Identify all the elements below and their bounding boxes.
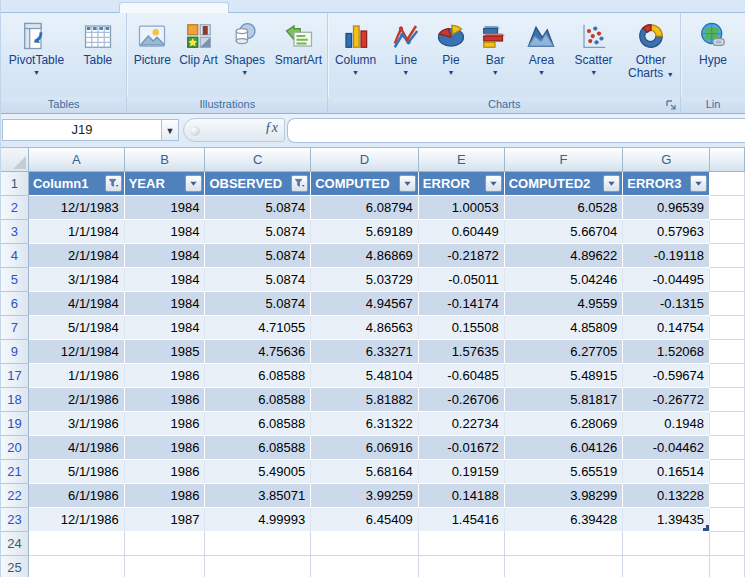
hyperlink-button[interactable]: Hype [681,15,745,67]
cell-H-empty[interactable] [710,436,745,460]
cell-G3[interactable]: 0.57963 [623,220,710,244]
cell-E7[interactable]: 0.15508 [419,316,505,340]
cell-H-empty[interactable] [710,316,745,340]
cell-E21[interactable]: 0.19159 [419,460,505,484]
cell-A19[interactable]: 3/1/1986 [29,412,125,436]
cell-B19[interactable]: 1986 [125,412,206,436]
cell-F9[interactable]: 6.27705 [505,340,624,364]
row-header-3[interactable]: 3 [1,220,29,244]
cell-H-empty[interactable] [710,460,745,484]
cell-E20[interactable]: -0.01672 [419,436,505,460]
cell-F25[interactable] [505,556,624,577]
row-header-6[interactable]: 6 [1,292,29,316]
cell-B9[interactable]: 1985 [125,340,206,364]
cell-C18[interactable]: 6.08588 [205,388,311,412]
cell-D25[interactable] [311,556,419,577]
cell-H-empty[interactable] [710,196,745,220]
column-header-B[interactable]: B [125,148,206,172]
cell-D22[interactable]: 3.99259 [311,484,419,508]
cell-D20[interactable]: 6.06916 [311,436,419,460]
cell-H-empty[interactable] [710,292,745,316]
cell-D3[interactable]: 5.69189 [311,220,419,244]
cell-G21[interactable]: 0.16514 [623,460,710,484]
row-header-20[interactable]: 20 [1,436,29,460]
cell-H-empty[interactable] [710,268,745,292]
cell-E23[interactable]: 1.45416 [419,508,505,532]
cell-C20[interactable]: 6.08588 [205,436,311,460]
cell-G18[interactable]: -0.26772 [623,388,710,412]
cell-A17[interactable]: 1/1/1986 [29,364,125,388]
filter-dropdown-button-computed[interactable] [399,175,416,192]
cell-A21[interactable]: 5/1/1986 [29,460,125,484]
row-header-4[interactable]: 4 [1,244,29,268]
cell-H-empty[interactable] [710,556,745,577]
smartart-button[interactable]: SmartArt [270,15,328,67]
cell-A4[interactable]: 2/1/1984 [29,244,125,268]
cell-H-empty[interactable] [710,244,745,268]
cell-B25[interactable] [125,556,206,577]
cell-F24[interactable] [505,532,624,556]
row-header-17[interactable]: 17 [1,364,29,388]
cell-F4[interactable]: 4.89622 [505,244,624,268]
cell-B21[interactable]: 1986 [125,460,206,484]
cell-F17[interactable]: 5.48915 [505,364,624,388]
cell-D17[interactable]: 5.48104 [311,364,419,388]
cell-A25[interactable] [29,556,125,577]
cell-F19[interactable]: 6.28069 [505,412,624,436]
cell-B18[interactable]: 1986 [125,388,206,412]
cell-G19[interactable]: 0.1948 [623,412,710,436]
name-box-dropdown-icon[interactable]: ▼ [162,119,179,141]
area-chart-button[interactable]: Area ▼ [518,15,564,77]
cell-E2[interactable]: 1.00053 [419,196,505,220]
cell-C19[interactable]: 6.08588 [205,412,311,436]
cell-B17[interactable]: 1986 [125,364,206,388]
cell-C24[interactable] [205,532,311,556]
cell-D9[interactable]: 6.33271 [311,340,419,364]
row-header-9[interactable]: 9 [1,340,29,364]
cell-F18[interactable]: 5.81817 [505,388,624,412]
cell-E25[interactable] [419,556,505,577]
cell-G23[interactable]: 1.39435 [623,508,710,532]
row-header-19[interactable]: 19 [1,412,29,436]
cell-H-empty[interactable] [710,220,745,244]
name-box[interactable]: J19 [2,119,162,141]
scatter-chart-button[interactable]: Scatter ▼ [566,15,622,77]
charts-dialog-launcher[interactable] [665,99,677,111]
cell-G24[interactable] [623,532,710,556]
row-header-1[interactable]: 1 [1,172,29,196]
cell-C23[interactable]: 4.99993 [205,508,311,532]
cell-D2[interactable]: 6.08794 [311,196,419,220]
picture-button[interactable]: Picture [127,15,177,67]
cell-A22[interactable]: 6/1/1986 [29,484,125,508]
cell-H-empty[interactable] [710,388,745,412]
cell-G7[interactable]: 0.14754 [623,316,710,340]
cell-E19[interactable]: 0.22734 [419,412,505,436]
cell-D23[interactable]: 6.45409 [311,508,419,532]
column-header-A[interactable]: A [29,148,125,172]
bar-chart-button[interactable]: Bar ▼ [473,15,517,77]
cell-B5[interactable]: 1984 [125,268,206,292]
cell-D5[interactable]: 5.03729 [311,268,419,292]
cell-C7[interactable]: 4.71055 [205,316,311,340]
cell-A18[interactable]: 2/1/1986 [29,388,125,412]
cell-D21[interactable]: 5.68164 [311,460,419,484]
cell-G20[interactable]: -0.04462 [623,436,710,460]
cell-E9[interactable]: 1.57635 [419,340,505,364]
cell-A2[interactable]: 12/1/1983 [29,196,125,220]
cell-B22[interactable]: 1986 [125,484,206,508]
cell-C22[interactable]: 3.85071 [205,484,311,508]
cell-F6[interactable]: 4.9559 [505,292,624,316]
cell-H-empty[interactable] [710,364,745,388]
cell-H-empty[interactable] [710,508,745,532]
filter-applied-button-column1[interactable] [105,175,122,192]
cell-H-empty[interactable] [710,340,745,364]
cell-H-empty[interactable] [710,412,745,436]
row-header-7[interactable]: 7 [1,316,29,340]
cell-D24[interactable] [311,532,419,556]
filter-dropdown-button-year[interactable] [185,175,202,192]
cell-A7[interactable]: 5/1/1984 [29,316,125,340]
filter-applied-button-observed[interactable] [291,175,308,192]
column-header-F[interactable]: F [505,148,624,172]
cell-B24[interactable] [125,532,206,556]
cell-A6[interactable]: 4/1/1984 [29,292,125,316]
